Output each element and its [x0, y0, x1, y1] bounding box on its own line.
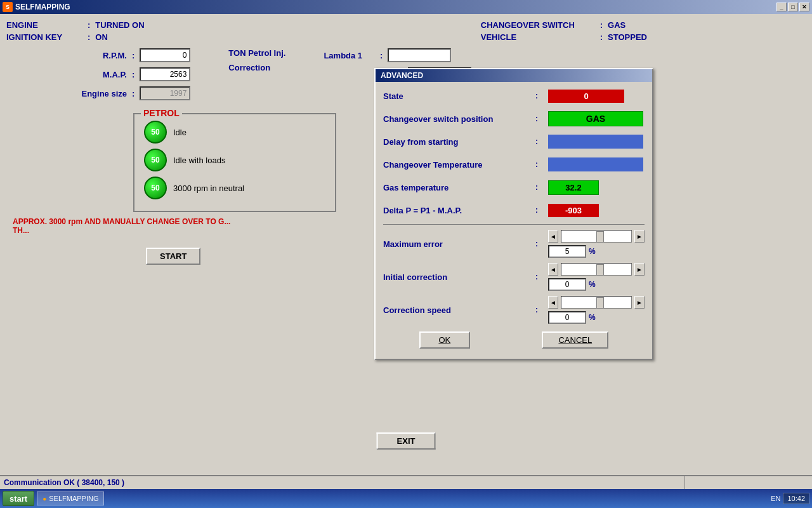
max-error-percent-row: % [548, 245, 645, 258]
initial-corr-input[interactable] [548, 278, 586, 291]
max-error-row: Maximum error : ◄ ► % [383, 230, 645, 258]
corr-speed-label: Correction speed [383, 305, 535, 315]
max-error-unit: % [589, 247, 596, 256]
corr-speed-input[interactable] [548, 311, 586, 324]
app-icon: S [3, 2, 13, 12]
modal-buttons: OK CANCEL [383, 331, 645, 354]
title-bar: S SELFMAPPING _ □ ✕ [0, 0, 812, 14]
initial-corr-left-arrow[interactable]: ◄ [548, 263, 558, 276]
idle-loads-circle[interactable]: 50 [144, 149, 167, 171]
status-bar: Communication OK ( 38400, 150 ) [0, 475, 812, 489]
ok-button[interactable]: OK [419, 331, 470, 349]
initial-corr-track[interactable] [561, 263, 632, 276]
petrol-legend: PETROL [141, 108, 182, 118]
max-error-track[interactable] [561, 230, 632, 243]
initial-corr-control: ◄ ► % [548, 263, 645, 291]
lambda1-label: Lambda 1 [324, 51, 362, 60]
max-error-thumb[interactable] [596, 231, 604, 243]
exit-button[interactable]: EXIT [377, 432, 436, 450]
rpm3000-label: 3000 rpm in neutral [173, 184, 244, 193]
start-area: START [146, 248, 336, 265]
max-error-slider-row: ◄ ► [548, 230, 645, 243]
rpm3000-circle[interactable]: 50 [144, 177, 167, 199]
close-button[interactable]: ✕ [799, 3, 809, 11]
taskbar-right: EN 10:42 [771, 493, 809, 504]
gas-temp-label: Gas temperature [383, 183, 535, 192]
changeover-row: CHANGEOVER SWITCH : GAS [481, 20, 647, 30]
center-measures: TON Petrol Inj. Correction [228, 48, 285, 72]
status-right-panel [685, 476, 812, 489]
max-error-control: ◄ ► % [548, 230, 645, 258]
cancel-button[interactable]: CANCEL [542, 331, 608, 349]
engine-label: ENGINE [6, 20, 82, 30]
map-label: M.A.P. [63, 70, 127, 79]
taskbar-app-item[interactable]: ● SELFMAPPING [37, 491, 104, 505]
max-error-left-arrow[interactable]: ◄ [548, 230, 558, 243]
engine-size-label: Engine size [63, 89, 127, 98]
header-info: ENGINE : TURNED ON IGNITION KEY : ON CHA… [6, 20, 806, 42]
changeover-temp-label: Changeover Temperature [383, 160, 535, 170]
rpm-label: R.P.M. [63, 51, 127, 60]
changeover-colon: : [600, 20, 603, 30]
taskbar-language: EN [771, 495, 780, 502]
start-button[interactable]: START [146, 248, 200, 265]
modal-divider [383, 224, 645, 225]
ignition-value: ON [95, 32, 108, 42]
corr-speed-left-arrow[interactable]: ◄ [548, 296, 558, 309]
rpm-input[interactable] [140, 48, 190, 62]
rpm-row: R.P.M. : [63, 48, 190, 62]
minimize-button[interactable]: _ [776, 3, 787, 11]
status-communication: Communication OK ( 38400, 150 ) [0, 476, 685, 489]
delay-label: Delay from starting [383, 137, 535, 147]
gas-temp-row: Gas temperature : 32.2 [383, 178, 645, 196]
initial-corr-slider-row: ◄ ► [548, 263, 645, 276]
gas-temp-indicator: 32.2 [548, 180, 599, 195]
corr-speed-percent-row: % [548, 311, 645, 324]
petrol-item-idle-loads: 50 Idle with loads [144, 149, 325, 171]
delta-value: -903 [548, 204, 645, 217]
corr-speed-right-arrow[interactable]: ► [634, 296, 645, 309]
engine-colon: : [88, 20, 90, 30]
engine-size-input[interactable] [140, 86, 190, 100]
changeover-label: CHANGEOVER SWITCH [481, 20, 595, 30]
changeover-temp-bluebar [548, 157, 643, 171]
gas-indicator: GAS [548, 111, 643, 126]
petrol-item-3000: 50 3000 rpm in neutral [144, 177, 325, 199]
ignition-label: IGNITION KEY [6, 32, 82, 42]
idle-circle[interactable]: 50 [144, 121, 167, 144]
correction-row: Correction [228, 63, 285, 72]
initial-corr-thumb[interactable] [596, 264, 604, 276]
delay-bar [548, 135, 645, 149]
maximize-button[interactable]: □ [788, 3, 798, 11]
corr-speed-track[interactable] [561, 296, 632, 309]
engine-row: ENGINE : TURNED ON [6, 20, 145, 30]
main-content: ENGINE : TURNED ON IGNITION KEY : ON CHA… [0, 14, 812, 481]
max-error-input[interactable] [548, 245, 586, 258]
lambda1-row: Lambda 1 : [324, 48, 471, 62]
max-error-right-arrow[interactable]: ► [634, 230, 645, 243]
lambda1-input[interactable] [388, 48, 451, 62]
taskbar-start-button[interactable]: start [3, 491, 34, 506]
corr-speed-thumb[interactable] [596, 297, 604, 309]
modal-title: ADVANCED [376, 69, 652, 82]
petrol-group: PETROL 50 Idle 50 Idle with loads 50 300… [133, 113, 336, 212]
map-row: M.A.P. : [63, 67, 190, 81]
taskbar-app-label: SELFMAPPING [49, 495, 98, 502]
map-input[interactable] [140, 67, 190, 81]
changeover-switch-row: Changeover switch position : GAS [383, 110, 645, 128]
state-value: 0 [548, 90, 645, 103]
changeover-temp-row: Changeover Temperature : [383, 156, 645, 173]
header-left: ENGINE : TURNED ON IGNITION KEY : ON [6, 20, 145, 42]
corr-speed-unit: % [589, 313, 596, 322]
state-label: State [383, 91, 535, 101]
initial-corr-right-arrow[interactable]: ► [634, 263, 645, 276]
petrol-area: PETROL 50 Idle 50 Idle with loads 50 300… [6, 107, 336, 265]
idle-loads-label: Idle with loads [173, 156, 225, 165]
delay-bluebar [548, 135, 643, 149]
corr-speed-row: Correction speed : ◄ ► % [383, 296, 645, 324]
header-right: CHANGEOVER SWITCH : GAS VEHICLE : STOPPE… [481, 20, 647, 42]
ignition-colon: : [88, 32, 90, 42]
vehicle-label: VEHICLE [481, 32, 595, 42]
gas-value: GAS [548, 111, 645, 126]
delta-label: Delta P = P1 - M.A.P. [383, 206, 535, 215]
